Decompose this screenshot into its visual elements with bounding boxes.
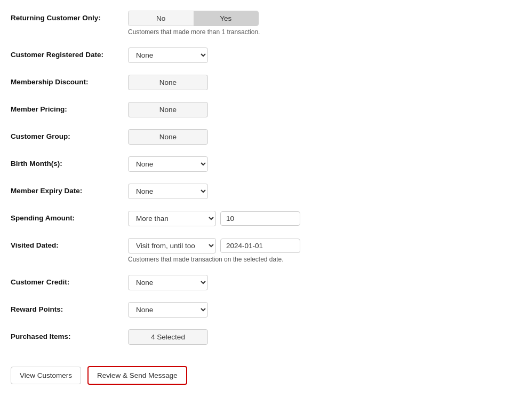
spending-amount-inline: More than [128,211,300,226]
reward-points-control: None [128,302,208,318]
birth-months-label: Birth Month(s): [11,156,128,168]
reward-points-select[interactable]: None [128,302,208,318]
returning-yes-button[interactable]: Yes [194,11,259,26]
visited-dated-label: Visited Dated: [11,238,128,249]
spending-amount-input[interactable] [220,211,300,226]
member-expiry-control: None [128,184,208,199]
registered-date-label: Customer Registered Date: [11,47,128,59]
returning-no-button[interactable]: No [129,11,194,26]
customer-credit-select[interactable]: None [128,275,208,290]
returning-customer-row: Returning Customer Only: No Yes Customer… [11,9,517,36]
birth-months-row: Birth Month(s): None [11,154,517,172]
visited-dated-row: Visited Dated: Visit from, until too Cus… [11,236,517,263]
member-pricing-row: Member Pricing: None [11,100,517,117]
spending-amount-control: More than [128,211,300,226]
purchased-items-label: Purchased Items: [11,329,128,340]
member-pricing-button[interactable]: None [128,102,208,117]
returning-customer-control: No Yes Customers that made more than 1 t… [128,11,260,36]
membership-discount-button[interactable]: None [128,75,208,90]
customer-credit-label: Customer Credit: [11,275,128,286]
purchased-items-row: Purchased Items: 4 Selected [11,327,517,345]
member-pricing-label: Member Pricing: [11,102,128,113]
purchased-items-button[interactable]: 4 Selected [128,329,208,345]
customer-credit-row: Customer Credit: None [11,273,517,290]
view-customers-button[interactable]: View Customers [11,367,81,384]
spending-amount-row: Spending Amount: More than [11,209,517,226]
returning-customer-toggle[interactable]: No Yes [128,11,259,26]
visited-dated-hint: Customers that made transaction on the s… [128,256,300,263]
returning-customer-hint: Customers that made more than 1 transact… [128,28,260,36]
spending-amount-label: Spending Amount: [11,211,128,222]
customer-group-button[interactable]: None [128,129,208,145]
member-expiry-label: Member Expiry Date: [11,184,128,195]
birth-months-control: None [128,156,208,172]
registered-date-select[interactable]: None [128,47,208,63]
customer-credit-control: None [128,275,208,290]
membership-discount-label: Membership Discount: [11,75,128,86]
customer-group-control: None [128,129,208,145]
visited-dated-select[interactable]: Visit from, until too [128,238,216,253]
visited-dated-input[interactable] [220,239,300,253]
membership-discount-row: Membership Discount: None [11,73,517,90]
reward-points-label: Reward Points: [11,302,128,313]
member-expiry-select[interactable]: None [128,184,208,199]
purchased-items-control: 4 Selected [128,329,208,345]
review-send-button[interactable]: Review & Send Message [87,366,187,385]
registered-date-control: None [128,47,208,63]
visited-dated-control: Visit from, until too Customers that mad… [128,238,300,263]
returning-customer-label: Returning Customer Only: [11,11,128,22]
reward-points-row: Reward Points: None [11,300,517,318]
birth-months-select[interactable]: None [128,156,208,172]
customer-group-label: Customer Group: [11,129,128,140]
visited-dated-inline: Visit from, until too [128,238,300,253]
member-pricing-control: None [128,102,208,117]
membership-discount-control: None [128,75,208,90]
member-expiry-row: Member Expiry Date: None [11,181,517,199]
action-bar: View Customers Review & Send Message [11,361,517,385]
registered-date-row: Customer Registered Date: None [11,45,517,63]
customer-group-row: Customer Group: None [11,127,517,145]
spending-amount-select[interactable]: More than [128,211,216,226]
